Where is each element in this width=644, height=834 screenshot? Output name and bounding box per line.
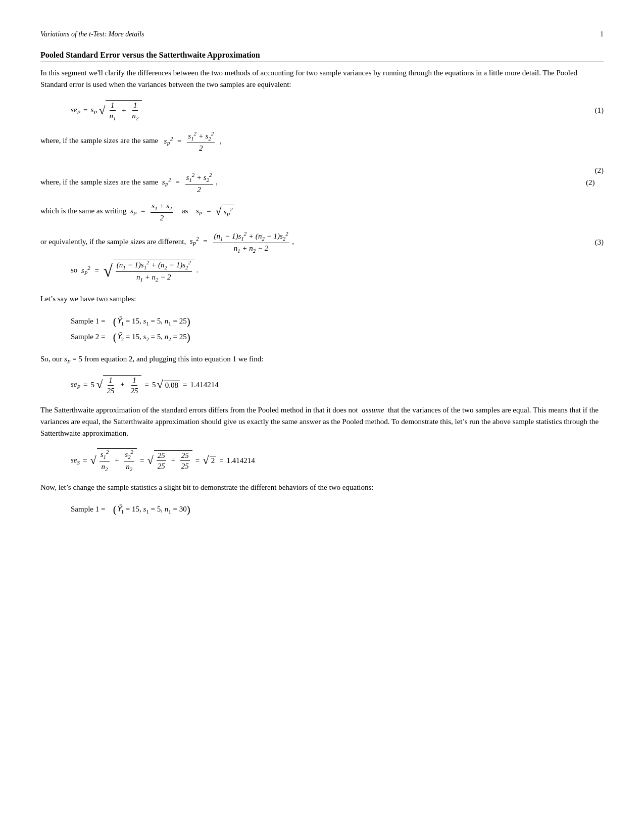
now-lets-paragraph: Now, let’s change the sample statistics … bbox=[40, 482, 604, 493]
header-title: Variations of the t-Test: More details bbox=[40, 30, 144, 38]
as-text: as bbox=[180, 207, 190, 215]
eq2-row: where, if the sample sizes are the same … bbox=[40, 172, 595, 194]
where-text: where, if the sample sizes are the same bbox=[40, 178, 160, 186]
sample-1b-block: Sample 1 = (Ȳ1 = 15, s1 = 5, n1 = 30) bbox=[71, 501, 604, 518]
samples-block: Sample 1 = (Ȳ1 = 15, s1 = 5, n1 = 25) Sa… bbox=[71, 313, 604, 345]
which-row: which is the same as writing sP = s1 + s… bbox=[40, 201, 604, 222]
so-our-paragraph: So, our sP = 5 from equation 2, and plug… bbox=[40, 353, 604, 366]
eq-number-3: (3) bbox=[573, 238, 604, 247]
lets-say-paragraph: Let’s say we have two samples: bbox=[40, 293, 604, 305]
which-text: which is the same as writing bbox=[40, 207, 128, 215]
sample-1: Sample 1 = (Ȳ1 = 15, s1 = 5, n1 = 25) bbox=[71, 313, 604, 330]
eq-number-1: (1) bbox=[573, 106, 604, 115]
equation-satterthwaite: seS = √ s12 n2 + s22 n2 = √ 25 bbox=[40, 448, 604, 473]
eq-number-2: (2) bbox=[595, 165, 604, 176]
page-number: 1 bbox=[600, 30, 604, 38]
eq3-row: or equivalently, if the sample sizes are… bbox=[40, 230, 604, 254]
so-eq-row: so sP2 = √ (n1 − 1)s12 + (n2 − 1)s22 n1 … bbox=[71, 259, 604, 283]
equation-pooled-calc: seP = 5 √ 1 25 + 1 25 = 5 √ 0.08 = 1.414 bbox=[40, 375, 604, 395]
page-header: Variations of the t-Test: More details 1 bbox=[40, 30, 604, 38]
section-title: Pooled Standard Error versus the Sattert… bbox=[40, 51, 604, 62]
where-paragraph: where, if the sample sizes are the same … bbox=[40, 130, 604, 164]
sample-2: Sample 2 = (Ȳ2 = 15, s2 = 5, n2 = 25) bbox=[71, 329, 604, 345]
equation-1: seP = sP √ 1 n1 + 1 n2 (1) bbox=[40, 100, 604, 122]
satterthwaite-paragraph: The Satterthwaite approximation of the s… bbox=[40, 404, 604, 440]
sample-1b: Sample 1 = (Ȳ1 = 15, s1 = 5, n1 = 30) bbox=[71, 501, 604, 518]
eq-number-2b: (2) bbox=[565, 178, 595, 187]
intro-paragraph: In this segment we'll clarify the differ… bbox=[40, 67, 604, 91]
or-equiv-text: or equivalently, if the sample sizes are… bbox=[40, 237, 188, 245]
